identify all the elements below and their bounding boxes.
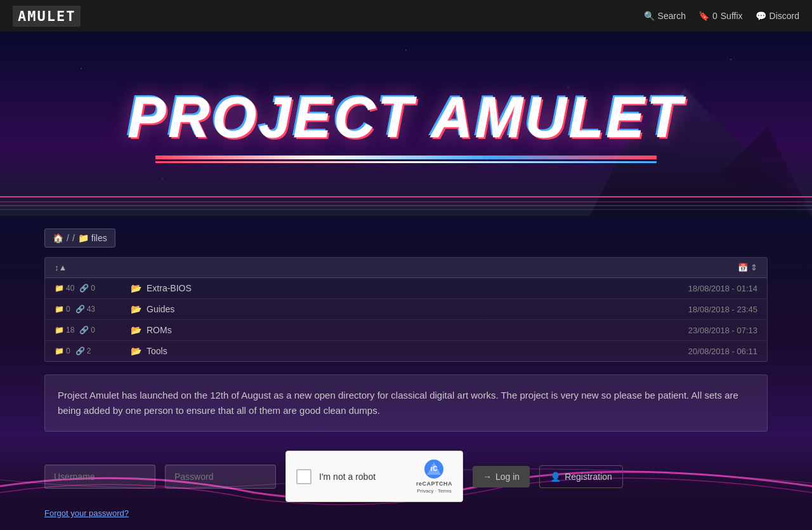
- folder-count-icon: 📁: [55, 326, 64, 335]
- notice-box: Project Amulet has launched on the 12th …: [44, 374, 768, 432]
- forgot-password-link[interactable]: Forgot your password?: [44, 508, 768, 518]
- main-content: 🏠 / / 📁 files ↕▲ 📅 ⇕ 📁 40: [0, 216, 812, 530]
- table-row: 📁 18 🔗 0 📂 ROMs 23/08/2018 - 07:13: [45, 320, 767, 341]
- table-row: 📁 0 🔗 2 📂 Tools 20/08/2018 - 06:11: [45, 341, 767, 361]
- recaptcha-links: Privacy · Terms: [417, 488, 452, 494]
- suffix-link[interactable]: 🔖 0 Suffix: [698, 11, 743, 21]
- table-row: 📁 40 🔗 0 📂 Extra-BIOS 18/08/2018 - 01:14: [45, 278, 767, 299]
- row-name-extra-bios[interactable]: 📂 Extra-BIOS: [131, 283, 656, 293]
- file-count-value: 40: [66, 284, 74, 293]
- breadcrumb-root[interactable]: /: [67, 233, 69, 243]
- search-icon: 🔍: [644, 11, 655, 21]
- link-icon: 🔗: [75, 347, 85, 355]
- row-meta-guides: 📁 0 🔗 43: [55, 305, 131, 314]
- link-icon: 🔗: [79, 326, 89, 335]
- discord-link[interactable]: 💬 Discord: [756, 11, 799, 21]
- link-count-value: 0: [91, 326, 95, 335]
- recaptcha-icon: rC: [424, 459, 444, 479]
- folder-label-roms: ROMs: [147, 325, 172, 335]
- folder-count-icon: 📁: [55, 347, 64, 355]
- search-label: Search: [658, 11, 686, 21]
- date-header[interactable]: 📅 ⇕: [656, 263, 757, 272]
- row-meta-roms: 📁 18 🔗 0: [55, 326, 131, 335]
- recaptcha-logo: rC reCAPTCHA Privacy · Terms: [416, 459, 452, 494]
- breadcrumb-current-label: files: [91, 233, 107, 243]
- home-icon: 🏠: [53, 233, 63, 243]
- breadcrumb: 🏠 / / 📁 files: [44, 229, 115, 248]
- row-meta-tools: 📁 0 🔗 2: [55, 347, 131, 355]
- login-icon: →: [483, 472, 492, 482]
- file-count-tools: 📁 0: [55, 347, 70, 355]
- username-input[interactable]: [44, 465, 155, 489]
- login-section: I'm not a robot rC reCAPTCHA Privacy · T…: [44, 451, 768, 502]
- link-count-extra-bios: 🔗 0: [79, 284, 95, 293]
- row-date-tools: 20/08/2018 - 06:11: [656, 347, 757, 356]
- register-icon: 👤: [550, 472, 561, 482]
- sort-header[interactable]: ↕▲: [55, 263, 131, 272]
- search-link[interactable]: 🔍 Search: [644, 11, 686, 21]
- folder-label-tools: Tools: [147, 346, 167, 356]
- register-label: Registration: [565, 472, 612, 482]
- link-count-tools: 🔗 2: [75, 347, 91, 355]
- table-header: ↕▲ 📅 ⇕: [45, 258, 767, 278]
- password-input[interactable]: [165, 465, 276, 489]
- hero-title: PROJECT AMULET: [128, 85, 684, 150]
- row-meta-extra-bios: 📁 40 🔗 0: [55, 284, 131, 293]
- login-button[interactable]: → Log in: [473, 466, 530, 487]
- folder-icon-extra-bios: 📂: [131, 283, 141, 293]
- suffix-count: 0: [712, 11, 717, 21]
- suffix-label: Suffix: [721, 11, 743, 21]
- file-count-extra-bios: 📁 40: [55, 284, 74, 293]
- folder-label-guides: Guides: [147, 304, 174, 314]
- table-row: 📁 0 🔗 43 📂 Guides 18/08/2018 - 23:45: [45, 299, 767, 320]
- svg-text:rC: rC: [431, 465, 438, 472]
- hero-neon-lines: [0, 190, 812, 216]
- folder-icon-guides: 📂: [131, 304, 141, 314]
- row-date-roms: 23/08/2018 - 07:13: [656, 326, 757, 335]
- file-count-guides: 📁 0: [55, 305, 70, 314]
- breadcrumb-current: 📁 files: [78, 233, 107, 243]
- discord-label: Discord: [769, 11, 799, 21]
- suffix-icon: 🔖: [698, 11, 709, 21]
- date-sort-icon: ⇕: [750, 263, 757, 272]
- row-name-tools[interactable]: 📂 Tools: [131, 346, 656, 356]
- hero-banner: PROJECT AMULET: [0, 32, 812, 216]
- folder-count-icon: 📁: [55, 305, 64, 314]
- hero-underline: [155, 156, 657, 159]
- link-icon: 🔗: [79, 284, 89, 293]
- file-count-value: 18: [66, 326, 74, 335]
- file-count-value: 0: [66, 347, 70, 355]
- brand-logo[interactable]: AMULET: [13, 6, 81, 27]
- navbar-links: 🔍 Search 🔖 0 Suffix 💬 Discord: [644, 11, 799, 21]
- folder-label-extra-bios: Extra-BIOS: [147, 283, 192, 293]
- login-label: Log in: [495, 472, 520, 482]
- folder-icon-tools: 📂: [131, 346, 141, 356]
- link-count-value: 2: [87, 347, 91, 355]
- hero-title-container: PROJECT AMULET: [128, 85, 684, 163]
- file-count-roms: 📁 18: [55, 326, 74, 335]
- name-header: [131, 263, 656, 272]
- hero-underline2: [155, 161, 657, 163]
- row-name-roms[interactable]: 📂 ROMs: [131, 325, 656, 335]
- link-icon: 🔗: [75, 305, 85, 314]
- recaptcha-label: I'm not a robot: [319, 472, 409, 482]
- file-table: ↕▲ 📅 ⇕ 📁 40 🔗 0 📂 Extra: [44, 257, 768, 362]
- folder-count-icon: 📁: [55, 284, 64, 293]
- register-button[interactable]: 👤 Registration: [539, 465, 623, 488]
- row-date-guides: 18/08/2018 - 23:45: [656, 305, 757, 314]
- discord-icon: 💬: [756, 11, 766, 21]
- folder-icon-roms: 📂: [131, 325, 141, 335]
- recaptcha-widget: I'm not a robot rC reCAPTCHA Privacy · T…: [285, 451, 463, 502]
- folder-icon: 📁: [78, 233, 89, 243]
- link-count-value: 0: [91, 284, 95, 293]
- breadcrumb-separator: /: [72, 233, 75, 243]
- recaptcha-brand-text: reCAPTCHA: [416, 480, 452, 487]
- link-count-guides: 🔗 43: [75, 305, 95, 314]
- notice-text: Project Amulet has launched on the 12th …: [58, 390, 738, 416]
- row-name-guides[interactable]: 📂 Guides: [131, 304, 656, 314]
- sort-icon: ↕▲: [55, 263, 67, 272]
- recaptcha-checkbox[interactable]: [296, 469, 311, 484]
- link-count-roms: 🔗 0: [79, 326, 95, 335]
- file-count-value: 0: [66, 305, 70, 314]
- navbar: AMULET 🔍 Search 🔖 0 Suffix 💬 Discord: [0, 0, 812, 32]
